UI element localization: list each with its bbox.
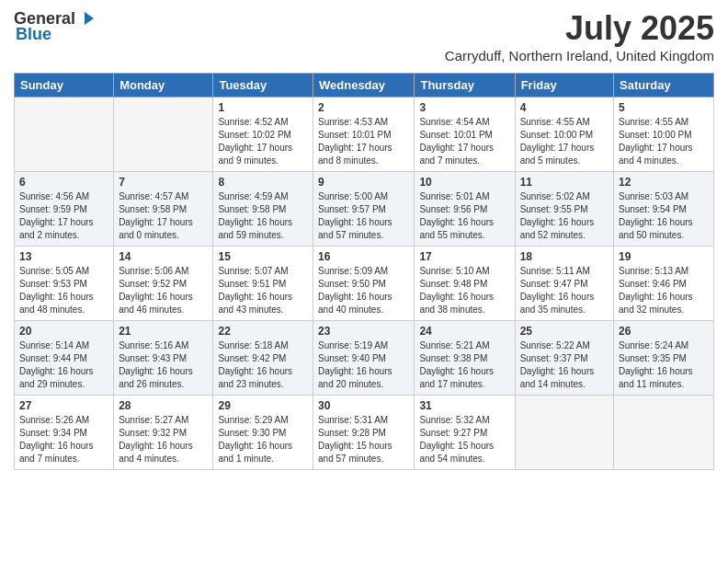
calendar-header-row: SundayMondayTuesdayWednesdayThursdayFrid… bbox=[15, 74, 714, 98]
day-info: Sunrise: 5:16 AMSunset: 9:43 PMDaylight:… bbox=[119, 339, 208, 391]
day-number: 6 bbox=[19, 176, 108, 189]
day-number: 2 bbox=[318, 101, 409, 114]
calendar-day-cell: 5Sunrise: 4:55 AMSunset: 10:00 PMDayligh… bbox=[614, 98, 714, 172]
day-number: 4 bbox=[520, 101, 609, 114]
weekday-header: Thursday bbox=[415, 74, 515, 98]
calendar-day-cell: 7Sunrise: 4:57 AMSunset: 9:58 PMDaylight… bbox=[114, 172, 213, 247]
day-number: 17 bbox=[419, 250, 509, 263]
weekday-header: Wednesday bbox=[313, 74, 415, 98]
calendar-week-row: 20Sunrise: 5:14 AMSunset: 9:44 PMDayligh… bbox=[15, 321, 714, 396]
calendar-day-cell: 16Sunrise: 5:09 AMSunset: 9:50 PMDayligh… bbox=[313, 247, 415, 321]
calendar-day-cell: 27Sunrise: 5:26 AMSunset: 9:34 PMDayligh… bbox=[15, 396, 114, 470]
calendar-day-cell: 1Sunrise: 4:52 AMSunset: 10:02 PMDayligh… bbox=[213, 98, 313, 172]
day-info: Sunrise: 5:09 AMSunset: 9:50 PMDaylight:… bbox=[318, 265, 409, 316]
calendar-day-cell: 10Sunrise: 5:01 AMSunset: 9:56 PMDayligh… bbox=[415, 172, 515, 247]
calendar-day-cell: 19Sunrise: 5:13 AMSunset: 9:46 PMDayligh… bbox=[614, 247, 714, 321]
calendar-day-cell: 30Sunrise: 5:31 AMSunset: 9:28 PMDayligh… bbox=[313, 396, 415, 470]
page-title: July 2025 bbox=[445, 9, 714, 48]
day-number: 16 bbox=[318, 250, 409, 263]
day-number: 15 bbox=[218, 250, 308, 263]
day-info: Sunrise: 5:18 AMSunset: 9:42 PMDaylight:… bbox=[218, 339, 308, 391]
day-number: 28 bbox=[119, 399, 208, 412]
day-info: Sunrise: 5:31 AMSunset: 9:28 PMDaylight:… bbox=[318, 414, 409, 465]
calendar-day-cell: 31Sunrise: 5:32 AMSunset: 9:27 PMDayligh… bbox=[415, 396, 515, 470]
day-info: Sunrise: 5:07 AMSunset: 9:51 PMDaylight:… bbox=[218, 265, 308, 316]
day-number: 19 bbox=[619, 250, 709, 263]
day-number: 25 bbox=[520, 325, 609, 338]
calendar-day-cell: 8Sunrise: 4:59 AMSunset: 9:58 PMDaylight… bbox=[213, 172, 313, 247]
day-number: 24 bbox=[419, 325, 509, 338]
calendar-day-cell: 6Sunrise: 4:56 AMSunset: 9:59 PMDaylight… bbox=[15, 172, 114, 247]
day-info: Sunrise: 4:57 AMSunset: 9:58 PMDaylight:… bbox=[119, 190, 208, 242]
calendar-day-cell: 13Sunrise: 5:05 AMSunset: 9:53 PMDayligh… bbox=[15, 247, 114, 321]
day-info: Sunrise: 5:32 AMSunset: 9:27 PMDaylight:… bbox=[419, 414, 509, 465]
day-info: Sunrise: 5:29 AMSunset: 9:30 PMDaylight:… bbox=[218, 414, 308, 465]
weekday-header: Monday bbox=[114, 74, 213, 98]
calendar-day-cell: 29Sunrise: 5:29 AMSunset: 9:30 PMDayligh… bbox=[213, 396, 313, 470]
calendar-day-cell: 2Sunrise: 4:53 AMSunset: 10:01 PMDayligh… bbox=[313, 98, 415, 172]
day-number: 12 bbox=[619, 176, 709, 189]
calendar-week-row: 1Sunrise: 4:52 AMSunset: 10:02 PMDayligh… bbox=[15, 98, 714, 172]
day-number: 21 bbox=[119, 325, 208, 338]
calendar-day-cell: 21Sunrise: 5:16 AMSunset: 9:43 PMDayligh… bbox=[114, 321, 213, 396]
day-number: 20 bbox=[19, 325, 108, 338]
calendar-day-cell: 3Sunrise: 4:54 AMSunset: 10:01 PMDayligh… bbox=[415, 98, 515, 172]
day-info: Sunrise: 5:13 AMSunset: 9:46 PMDaylight:… bbox=[619, 265, 709, 316]
day-number: 27 bbox=[19, 399, 108, 412]
logo: General Blue bbox=[14, 9, 97, 44]
calendar-day-cell: 23Sunrise: 5:19 AMSunset: 9:40 PMDayligh… bbox=[313, 321, 415, 396]
day-info: Sunrise: 5:21 AMSunset: 9:38 PMDaylight:… bbox=[419, 339, 509, 391]
day-info: Sunrise: 5:06 AMSunset: 9:52 PMDaylight:… bbox=[119, 265, 208, 316]
day-info: Sunrise: 5:27 AMSunset: 9:32 PMDaylight:… bbox=[119, 414, 208, 465]
day-number: 29 bbox=[218, 399, 308, 412]
day-number: 5 bbox=[619, 101, 709, 114]
day-number: 31 bbox=[419, 399, 509, 412]
calendar-week-row: 6Sunrise: 4:56 AMSunset: 9:59 PMDaylight… bbox=[15, 172, 714, 247]
calendar-day-cell: 14Sunrise: 5:06 AMSunset: 9:52 PMDayligh… bbox=[114, 247, 213, 321]
day-number: 1 bbox=[218, 101, 308, 114]
day-number: 3 bbox=[419, 101, 509, 114]
day-number: 7 bbox=[119, 176, 208, 189]
calendar-week-row: 13Sunrise: 5:05 AMSunset: 9:53 PMDayligh… bbox=[15, 247, 714, 321]
weekday-header: Tuesday bbox=[213, 74, 313, 98]
day-number: 8 bbox=[218, 176, 308, 189]
day-info: Sunrise: 4:59 AMSunset: 9:58 PMDaylight:… bbox=[218, 190, 308, 242]
day-number: 14 bbox=[119, 250, 208, 263]
calendar-table: SundayMondayTuesdayWednesdayThursdayFrid… bbox=[14, 73, 714, 470]
day-info: Sunrise: 5:01 AMSunset: 9:56 PMDaylight:… bbox=[419, 190, 509, 242]
day-info: Sunrise: 4:54 AMSunset: 10:01 PMDaylight… bbox=[419, 116, 509, 167]
weekday-header: Saturday bbox=[614, 74, 714, 98]
header: General Blue July 2025 Carryduff, Northe… bbox=[14, 9, 714, 69]
logo-icon bbox=[77, 8, 97, 29]
calendar-day-cell bbox=[515, 396, 613, 470]
day-info: Sunrise: 4:55 AMSunset: 10:00 PMDaylight… bbox=[619, 116, 709, 167]
calendar-day-cell: 11Sunrise: 5:02 AMSunset: 9:55 PMDayligh… bbox=[515, 172, 613, 247]
day-number: 10 bbox=[419, 176, 509, 189]
day-info: Sunrise: 5:19 AMSunset: 9:40 PMDaylight:… bbox=[318, 339, 409, 391]
day-info: Sunrise: 5:14 AMSunset: 9:44 PMDaylight:… bbox=[19, 339, 108, 391]
calendar-day-cell: 25Sunrise: 5:22 AMSunset: 9:37 PMDayligh… bbox=[515, 321, 613, 396]
day-info: Sunrise: 5:05 AMSunset: 9:53 PMDaylight:… bbox=[19, 265, 108, 316]
day-info: Sunrise: 5:10 AMSunset: 9:48 PMDaylight:… bbox=[419, 265, 509, 316]
day-info: Sunrise: 5:26 AMSunset: 9:34 PMDaylight:… bbox=[19, 414, 108, 465]
calendar-day-cell: 24Sunrise: 5:21 AMSunset: 9:38 PMDayligh… bbox=[415, 321, 515, 396]
calendar-day-cell: 4Sunrise: 4:55 AMSunset: 10:00 PMDayligh… bbox=[515, 98, 613, 172]
day-number: 11 bbox=[520, 176, 609, 189]
calendar-day-cell: 12Sunrise: 5:03 AMSunset: 9:54 PMDayligh… bbox=[614, 172, 714, 247]
weekday-header: Sunday bbox=[15, 74, 114, 98]
logo-blue: Blue bbox=[16, 25, 51, 44]
calendar-day-cell: 26Sunrise: 5:24 AMSunset: 9:35 PMDayligh… bbox=[614, 321, 714, 396]
page-container: General Blue July 2025 Carryduff, Northe… bbox=[0, 0, 728, 479]
day-number: 9 bbox=[318, 176, 409, 189]
day-number: 26 bbox=[619, 325, 709, 338]
calendar-day-cell: 9Sunrise: 5:00 AMSunset: 9:57 PMDaylight… bbox=[313, 172, 415, 247]
calendar-week-row: 27Sunrise: 5:26 AMSunset: 9:34 PMDayligh… bbox=[15, 396, 714, 470]
calendar-day-cell: 18Sunrise: 5:11 AMSunset: 9:47 PMDayligh… bbox=[515, 247, 613, 321]
day-info: Sunrise: 5:22 AMSunset: 9:37 PMDaylight:… bbox=[520, 339, 609, 391]
day-info: Sunrise: 5:11 AMSunset: 9:47 PMDaylight:… bbox=[520, 265, 609, 316]
weekday-header: Friday bbox=[515, 74, 613, 98]
day-info: Sunrise: 4:53 AMSunset: 10:01 PMDaylight… bbox=[318, 116, 409, 167]
day-info: Sunrise: 4:56 AMSunset: 9:59 PMDaylight:… bbox=[19, 190, 108, 242]
day-info: Sunrise: 4:52 AMSunset: 10:02 PMDaylight… bbox=[218, 116, 308, 167]
calendar-day-cell bbox=[614, 396, 714, 470]
